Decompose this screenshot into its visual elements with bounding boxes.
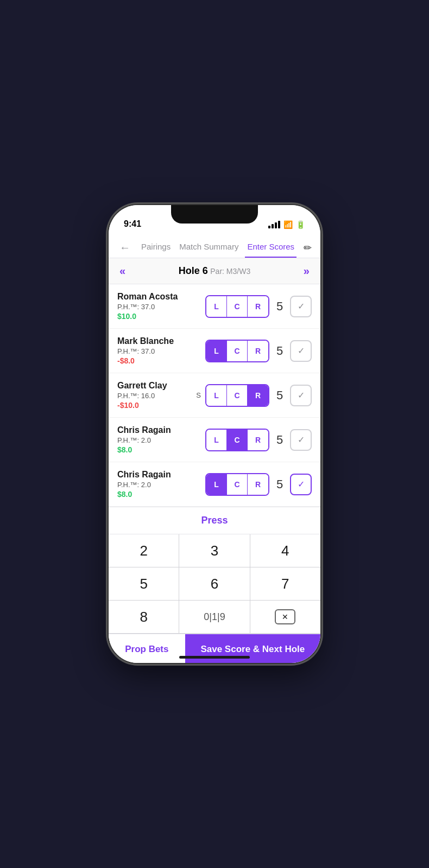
lcr-l-button[interactable]: L xyxy=(206,474,227,495)
lcr-c-button[interactable]: C xyxy=(227,296,248,317)
player-name: Garrett Clay xyxy=(117,381,191,391)
player-controls: L C R 5 ✓ xyxy=(205,429,312,451)
numpad-key-5[interactable]: 5 xyxy=(109,567,179,600)
player-row: Garrett Clay P.H.™: 16.0 -$10.0 S L C R … xyxy=(109,373,320,418)
score-display: 5 xyxy=(274,299,286,314)
player-name: Chris Ragain xyxy=(117,425,200,435)
player-controls: L C R 5 ✓ xyxy=(205,295,312,318)
player-name: Roman Acosta xyxy=(117,292,200,302)
check-button[interactable]: ✓ xyxy=(290,474,312,495)
lcr-group: L C R xyxy=(205,340,269,362)
lcr-group: L C R xyxy=(205,429,269,451)
player-info: Chris Ragain P.H.™: 2.0 $8.0 xyxy=(117,470,200,499)
player-name: Chris Ragain xyxy=(117,470,200,480)
lcr-l-button[interactable]: L xyxy=(206,430,227,450)
check-button[interactable]: ✓ xyxy=(290,296,312,317)
tab-match-summary[interactable]: Match Summary xyxy=(177,238,241,258)
score-display: 5 xyxy=(274,477,286,492)
player-row: Chris Ragain P.H.™: 2.0 $8.0 L C R 5 ✓ xyxy=(109,418,320,462)
numpad-key-2[interactable]: 2 xyxy=(109,534,179,567)
player-info: Garrett Clay P.H.™: 16.0 -$10.0 xyxy=(117,381,191,410)
tab-enter-scores[interactable]: Enter Scores xyxy=(245,238,296,258)
player-info: Chris Ragain P.H.™: 2.0 $8.0 xyxy=(117,425,200,454)
numpad-delete-key[interactable]: ✕ xyxy=(250,601,320,633)
check-button[interactable]: ✓ xyxy=(290,385,312,406)
player-ph: P.H.™: 2.0 xyxy=(117,481,200,489)
save-score-button[interactable]: Save Score & Next Hole xyxy=(185,634,320,663)
lcr-r-button[interactable]: R xyxy=(248,430,268,450)
player-row: Mark Blanche P.H.™: 37.0 -$8.0 L C R 5 ✓ xyxy=(109,329,320,373)
lcr-r-button[interactable]: R xyxy=(248,341,268,361)
numpad-key-8[interactable]: 8 xyxy=(109,601,179,633)
lcr-r-button[interactable]: R xyxy=(248,296,268,317)
player-name: Mark Blanche xyxy=(117,336,200,346)
player-controls: L C R 5 ✓ xyxy=(205,340,312,362)
hole-navigation: « Hole 6 Par: M3/W3 » xyxy=(109,258,320,284)
player-info: Roman Acosta P.H.™: 37.0 $10.0 xyxy=(117,292,200,321)
score-display: 5 xyxy=(274,344,286,358)
lcr-group: L C R xyxy=(205,384,269,407)
prev-hole-button[interactable]: « xyxy=(119,265,125,277)
numpad-row-1: 2 3 4 xyxy=(109,534,320,567)
player-info: Mark Blanche P.H.™: 37.0 -$8.0 xyxy=(117,336,200,365)
prop-bets-button[interactable]: Prop Bets xyxy=(109,634,185,663)
numpad: 2 3 4 5 6 7 8 0|1|9 ✕ xyxy=(109,534,320,634)
top-nav: ← Pairings Match Summary Enter Scores ✏ xyxy=(109,232,320,258)
player-ph: P.H.™: 2.0 xyxy=(117,436,200,444)
lcr-c-button[interactable]: C xyxy=(227,430,248,450)
lcr-c-button[interactable]: C xyxy=(227,341,248,361)
lcr-r-button[interactable]: R xyxy=(248,385,268,406)
lcr-group: L C R xyxy=(205,473,269,496)
score-display: 5 xyxy=(274,433,286,447)
hole-par: Par: M3/W3 xyxy=(210,267,250,276)
player-ph: P.H.™: 37.0 xyxy=(117,303,200,311)
status-time: 9:41 xyxy=(124,219,141,229)
hole-number: Hole 6 xyxy=(179,265,208,276)
lcr-c-button[interactable]: C xyxy=(227,385,248,406)
numpad-key-3[interactable]: 3 xyxy=(179,534,250,567)
numpad-key-6[interactable]: 6 xyxy=(179,567,250,600)
next-hole-button[interactable]: » xyxy=(304,265,310,277)
lcr-l-button[interactable]: L xyxy=(206,296,227,317)
player-controls: L C R 5 ✓ xyxy=(205,473,312,496)
delete-icon: ✕ xyxy=(275,609,295,624)
check-button[interactable]: ✓ xyxy=(290,429,312,451)
player-amount: $8.0 xyxy=(117,445,200,454)
numpad-row-3: 8 0|1|9 ✕ xyxy=(109,601,320,634)
lcr-l-button[interactable]: L xyxy=(206,385,227,406)
tab-pairings[interactable]: Pairings xyxy=(139,238,173,258)
player-amount: $8.0 xyxy=(117,490,200,499)
players-section: Roman Acosta P.H.™: 37.0 $10.0 L C R 5 ✓ xyxy=(109,284,320,663)
press-section: Press xyxy=(109,507,320,534)
edit-icon[interactable]: ✏ xyxy=(304,242,312,254)
wifi-icon: 📶 xyxy=(283,220,293,229)
player-controls: S L C R 5 ✓ xyxy=(196,384,312,407)
lcr-r-button[interactable]: R xyxy=(248,474,268,495)
player-row: Chris Ragain P.H.™: 2.0 $8.0 L C R 5 ✓ xyxy=(109,462,320,507)
numpad-key-7[interactable]: 7 xyxy=(250,567,320,600)
numpad-row-2: 5 6 7 xyxy=(109,567,320,601)
home-indicator xyxy=(179,656,250,659)
numpad-key-4[interactable]: 4 xyxy=(250,534,320,567)
signal-icon xyxy=(268,221,280,228)
press-label: Press xyxy=(201,515,228,526)
back-button[interactable]: ← xyxy=(117,239,133,256)
lcr-group: L C R xyxy=(205,295,269,318)
player-amount: -$10.0 xyxy=(117,401,191,410)
battery-icon: 🔋 xyxy=(296,220,305,229)
numpad-key-special[interactable]: 0|1|9 xyxy=(179,601,250,633)
lcr-c-button[interactable]: C xyxy=(227,474,248,495)
player-row: Roman Acosta P.H.™: 37.0 $10.0 L C R 5 ✓ xyxy=(109,284,320,329)
player-ph: P.H.™: 37.0 xyxy=(117,347,200,355)
score-display: 5 xyxy=(274,388,286,403)
player-amount: $10.0 xyxy=(117,312,200,321)
player-amount: -$8.0 xyxy=(117,356,200,365)
check-button[interactable]: ✓ xyxy=(290,340,312,362)
player-ph: P.H.™: 16.0 xyxy=(117,392,191,400)
lcr-l-button[interactable]: L xyxy=(206,341,227,361)
scratch-label: S xyxy=(196,391,201,399)
